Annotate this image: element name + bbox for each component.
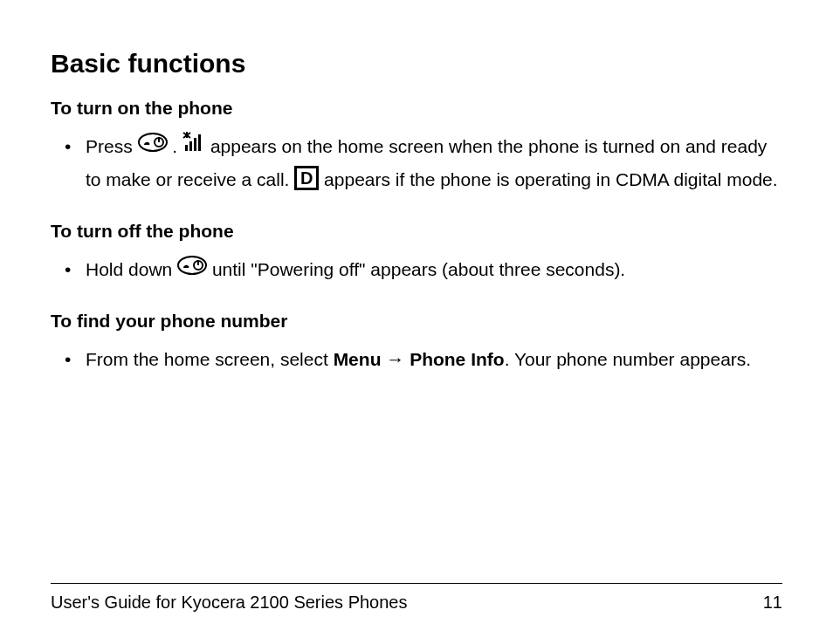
digital-mode-icon: D [294, 166, 319, 190]
list-turn-on: Press . [51, 131, 782, 196]
page-number: 11 [763, 593, 782, 613]
text: Hold down [86, 259, 177, 279]
signal-bars-icon [182, 130, 205, 162]
menu-label: Menu [334, 349, 382, 369]
arrow-icon: → [381, 349, 410, 369]
list-find-number: From the home screen, select Menu → Phon… [51, 344, 782, 376]
text: . [172, 136, 182, 156]
section-heading-turn-on: To turn on the phone [51, 98, 782, 119]
power-key-icon [177, 253, 207, 285]
list-item: Press . [86, 131, 782, 196]
page: Basic functions To turn on the phone Pre… [0, 0, 833, 644]
power-key-icon [138, 130, 168, 162]
text: appears if the phone is operating in CDM… [324, 169, 777, 189]
page-title: Basic functions [51, 49, 782, 79]
svg-rect-6 [185, 145, 188, 151]
phone-info-label: Phone Info [410, 349, 505, 369]
list-item: From the home screen, select Menu → Phon… [86, 344, 782, 376]
list-turn-off: Hold down until "Powering off" appears (… [51, 254, 782, 287]
svg-rect-7 [189, 141, 192, 151]
text: Press [86, 136, 138, 156]
section-heading-turn-off: To turn off the phone [51, 221, 782, 242]
text: . Your phone number appears. [505, 349, 752, 369]
footer: User's Guide for Kyocera 2100 Series Pho… [51, 583, 782, 613]
section-heading-find-number: To find your phone number [51, 311, 782, 332]
text: From the home screen, select [86, 349, 334, 369]
text: until "Powering off" appears (about thre… [212, 259, 625, 279]
svg-rect-8 [194, 138, 196, 151]
svg-rect-9 [198, 134, 201, 151]
list-item: Hold down until "Powering off" appears (… [86, 254, 782, 287]
footer-title: User's Guide for Kyocera 2100 Series Pho… [51, 593, 407, 613]
